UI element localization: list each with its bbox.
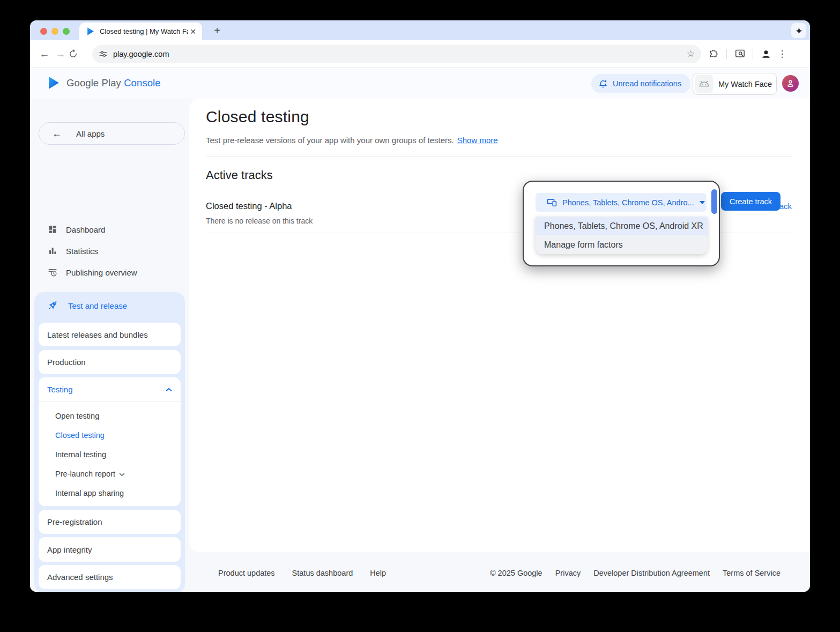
back-arrow-icon: ← <box>52 128 62 139</box>
sidebar-item-production[interactable]: Production <box>39 350 181 374</box>
dashboard-icon <box>47 225 58 234</box>
active-tracks-title: Active tracks <box>206 168 273 182</box>
url-text: play.google.com <box>113 50 687 58</box>
all-apps-label: All apps <box>76 129 105 138</box>
bookmark-star-icon[interactable]: ☆ <box>687 48 695 60</box>
address-bar[interactable]: play.google.com ☆ <box>92 45 701 63</box>
extensions-icon[interactable] <box>707 47 720 61</box>
test-and-release-section: Test and release Latest releases and bun… <box>34 292 185 592</box>
footer-right-links: © 2025 Google Privacy Developer Distribu… <box>490 569 780 577</box>
browser-menu-icon[interactable]: ⋮ <box>775 47 789 61</box>
statistics-icon <box>47 247 58 255</box>
magnified-button-fragment <box>711 189 717 214</box>
dda-link[interactable]: Developer Distribution Agreement <box>593 569 710 577</box>
copyright-text: © 2025 Google <box>490 569 542 577</box>
bell-icon <box>598 79 608 88</box>
show-more-link[interactable]: Show more <box>457 136 498 145</box>
sidebar-item-pre-launch-report[interactable]: Pre-launch report <box>39 464 181 484</box>
app-switcher-button[interactable]: My Watch Face <box>693 73 777 95</box>
sidebar-item-internal-app-sharing[interactable]: Internal app sharing <box>39 484 181 503</box>
browser-tab[interactable]: Closed testing | My Watch Fac ✕ <box>79 23 202 40</box>
console-header: Google Play Console Unread notifications… <box>30 68 810 99</box>
sidebar-item-statistics[interactable]: Statistics <box>39 244 185 258</box>
rocket-icon <box>47 300 58 311</box>
sparkle-icon[interactable] <box>791 23 806 38</box>
create-track-button[interactable]: Create track <box>721 192 780 211</box>
play-logo-icon <box>47 76 61 90</box>
toolbar-divider <box>726 49 727 59</box>
play-favicon-icon <box>86 27 95 36</box>
site-settings-icon[interactable] <box>99 49 108 58</box>
profile-avatar-icon[interactable] <box>759 47 773 61</box>
tab-strip: Closed testing | My Watch Fac ✕ + <box>30 20 810 40</box>
console-body: ← All apps Dashboard Statistics Publis <box>30 99 810 592</box>
new-tab-button[interactable]: + <box>210 24 224 38</box>
sidebar-item-app-integrity[interactable]: App integrity <box>39 537 181 562</box>
menu-item-manage-form-factors[interactable]: Manage form factors <box>536 235 708 254</box>
window-controls <box>40 28 70 35</box>
play-console-logo[interactable]: Google Play Console <box>47 76 161 90</box>
account-avatar[interactable] <box>782 75 799 92</box>
help-link[interactable]: Help <box>370 569 386 577</box>
all-apps-button[interactable]: ← All apps <box>39 122 185 145</box>
chevron-up-icon <box>166 388 172 392</box>
menu-item-form-factor[interactable]: Phones, Tablets, Chrome OS, Android XR <box>536 217 708 235</box>
back-button[interactable]: ← <box>36 48 53 60</box>
zoom-window-button[interactable] <box>63 28 70 35</box>
reload-button[interactable] <box>69 49 85 58</box>
privacy-link[interactable]: Privacy <box>555 569 581 577</box>
brand-text: Google Play Console <box>66 77 161 89</box>
notifications-label: Unread notifications <box>613 79 681 88</box>
tab-title: Closed testing | My Watch Fac <box>100 27 188 35</box>
dropdown-caret-icon <box>700 201 705 204</box>
sidebar-item-advanced-settings[interactable]: Advanced settings <box>39 565 181 589</box>
sidebar-item-dashboard[interactable]: Dashboard <box>39 222 185 236</box>
devices-icon <box>547 198 557 206</box>
android-icon <box>695 75 713 93</box>
tab-close-icon[interactable]: ✕ <box>188 27 198 36</box>
chevron-down-icon <box>119 473 125 477</box>
sidebar-item-internal-testing[interactable]: Internal testing <box>39 445 181 464</box>
close-window-button[interactable] <box>40 28 47 35</box>
track-name: Closed testing - Alpha <box>206 201 292 211</box>
forward-button[interactable]: → <box>53 48 69 60</box>
browser-toolbar: ← → play.google.com ☆ ⋮ <box>30 40 810 68</box>
page-title: Closed testing <box>206 108 309 126</box>
form-factor-selected-label: Phones, Tablets, Chrome OS, Andro... <box>562 198 694 207</box>
sidebar-item-closed-testing[interactable]: Closed testing <box>39 426 181 445</box>
sidebar: ← All apps Dashboard Statistics Publis <box>30 99 189 592</box>
browser-window: Closed testing | My Watch Fac ✕ + ← → pl… <box>30 20 810 592</box>
form-factor-select[interactable]: Phones, Tablets, Chrome OS, Andro... <box>536 193 707 212</box>
sidebar-item-pre-registration[interactable]: Pre-registration <box>39 510 181 534</box>
toolbar-actions: ⋮ <box>707 47 789 61</box>
footer-left-links: Product updates Status dashboard Help <box>218 569 386 577</box>
track-status: There is no release on this track <box>206 217 313 225</box>
reading-mode-icon[interactable] <box>733 47 747 61</box>
sidebar-item-open-testing[interactable]: Open testing <box>39 406 181 426</box>
publishing-overview-icon <box>47 267 58 277</box>
form-factor-dropdown-overlay: Phones, Tablets, Chrome OS, Andro... Pho… <box>523 181 720 266</box>
sidebar-item-test-and-release[interactable]: Test and release <box>34 292 185 319</box>
form-factor-menu: Phones, Tablets, Chrome OS, Android XR M… <box>536 217 708 254</box>
unread-notifications-button[interactable]: Unread notifications <box>591 74 690 93</box>
page-description: Test pre-release versions of your app wi… <box>206 136 498 145</box>
footer: Product updates Status dashboard Help © … <box>189 552 810 592</box>
status-dashboard-link[interactable]: Status dashboard <box>292 569 353 577</box>
main-panel: Closed testing Test pre-release versions… <box>189 99 810 552</box>
app-name: My Watch Face <box>718 80 772 88</box>
product-updates-link[interactable]: Product updates <box>218 569 275 577</box>
divider <box>206 156 792 157</box>
sidebar-item-testing[interactable]: Testing <box>39 377 181 402</box>
toolbar-divider <box>753 49 753 59</box>
testing-group: Testing Open testing Closed testing Inte… <box>39 377 181 506</box>
terms-link[interactable]: Terms of Service <box>723 569 780 577</box>
sidebar-item-publishing-overview[interactable]: Publishing overview <box>39 265 185 279</box>
sidebar-item-latest-releases[interactable]: Latest releases and bundles <box>39 323 181 346</box>
minimize-window-button[interactable] <box>51 28 58 35</box>
